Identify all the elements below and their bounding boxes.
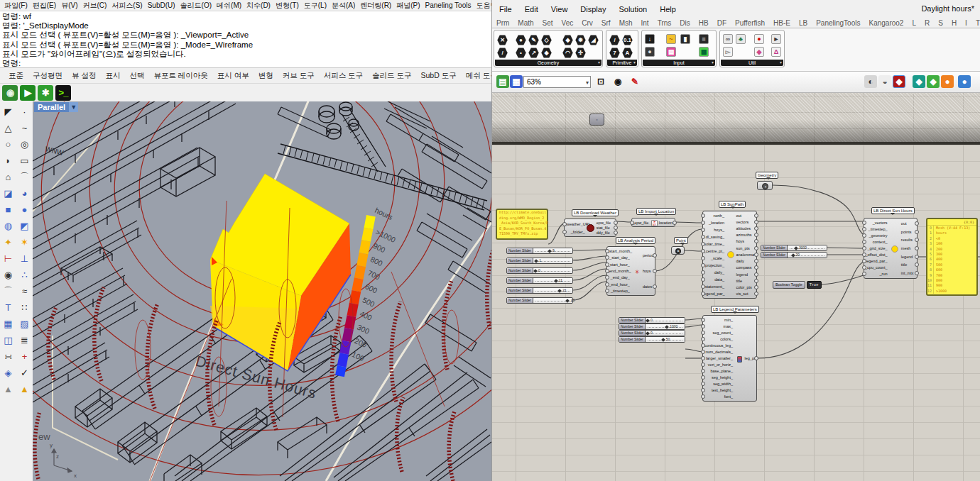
- slider-handle[interactable]: [794, 246, 798, 250]
- boolean-toggle[interactable]: Boolean Toggle True: [773, 281, 822, 289]
- input-param[interactable]: seg_count_: [703, 331, 735, 335]
- number-slider[interactable]: Number Slider 3000: [761, 245, 827, 251]
- slider-track[interactable]: 0: [646, 318, 685, 323]
- rhino-menu-item[interactable]: 커브(C): [82, 1, 107, 11]
- side-tool-icon[interactable]: △: [1, 121, 16, 136]
- side-tool-icon[interactable]: ∷: [18, 301, 32, 315]
- palette-icon[interactable]: ▩: [699, 47, 709, 57]
- rhino-toolbar-tab[interactable]: 뷰 설정: [72, 71, 96, 81]
- side-tool-icon[interactable]: ■: [1, 203, 16, 217]
- slider-track[interactable]: 11: [533, 278, 572, 283]
- input-param[interactable]: daily_: [703, 270, 726, 275]
- output-param[interactable]: points: [899, 230, 917, 234]
- input-param[interactable]: dl_saving_: [703, 235, 726, 239]
- palette-icon[interactable]: ◆: [754, 47, 764, 57]
- palette-icon[interactable]: ◇: [541, 35, 552, 45]
- side-tool-icon[interactable]: ▦: [1, 317, 16, 331]
- side-tool-icon[interactable]: ◈: [1, 366, 16, 380]
- side-tool-icon[interactable]: ◫: [1, 333, 16, 348]
- slider-handle[interactable]: [566, 299, 570, 303]
- output-param[interactable]: daily: [734, 259, 757, 263]
- zoom-dropdown[interactable]: 63%▾: [523, 76, 591, 88]
- rhino-toolbar-tab[interactable]: 표준: [9, 71, 23, 81]
- rhino-toolbar-tab[interactable]: 구성평면: [33, 71, 62, 81]
- ball-blue-icon[interactable]: ●: [958, 75, 971, 88]
- side-tool-icon[interactable]: ◪: [1, 187, 16, 201]
- output-param[interactable]: title: [899, 262, 917, 267]
- rhino-menu-item[interactable]: 솔리드(O): [180, 1, 212, 11]
- output-param[interactable]: analemma: [734, 253, 757, 257]
- gh-category-tab[interactable]: Prm: [495, 18, 511, 28]
- side-tool-icon[interactable]: ▨: [18, 317, 32, 331]
- side-tool-icon[interactable]: ◗: [1, 154, 16, 168]
- number-slider[interactable]: Number Slider 1: [506, 258, 573, 264]
- component-point[interactable]: ✕: [671, 246, 685, 255]
- palette-icon[interactable]: ↗: [528, 48, 539, 58]
- side-tool-icon[interactable]: ⌂: [1, 170, 16, 184]
- rhino-menu-item[interactable]: SubD(U): [148, 1, 175, 9]
- rhino-menu-item[interactable]: 파일(F): [4, 1, 28, 11]
- offsheet-component[interactable]: ▫: [589, 114, 604, 126]
- preview-off-icon[interactable]: ◐: [864, 75, 877, 88]
- slider-track[interactable]: 21: [533, 288, 572, 293]
- output-param[interactable]: mesh: [899, 246, 917, 250]
- palette-icon[interactable]: ●: [754, 34, 764, 44]
- slider-handle[interactable]: [554, 279, 558, 283]
- palette-icon[interactable]: /: [609, 35, 620, 45]
- open-file-icon[interactable]: ▤: [496, 75, 509, 88]
- toggle-value[interactable]: True: [807, 281, 822, 289]
- side-tool-icon[interactable]: ✓: [18, 366, 32, 380]
- input-param[interactable]: _timestep_: [864, 227, 890, 231]
- output-param[interactable]: vis_set: [734, 292, 757, 296]
- slider-track[interactable]: 3000: [788, 245, 827, 250]
- number-slider[interactable]: Number Slider 1000: [619, 324, 685, 330]
- side-tool-icon[interactable]: ∺: [1, 350, 16, 364]
- number-slider[interactable]: Number Slider 9: [506, 248, 573, 254]
- preview-wire-icon[interactable]: ◒: [878, 75, 891, 88]
- output-param[interactable]: hoys: [734, 239, 757, 243]
- input-param[interactable]: _start_day_: [607, 255, 632, 260]
- slider-handle[interactable]: [548, 249, 552, 253]
- side-tool-icon[interactable]: ▭: [18, 154, 32, 168]
- toolbar-icon[interactable]: ▶: [20, 85, 36, 101]
- palette-icon[interactable]: ✣: [575, 48, 586, 58]
- side-tool-icon[interactable]: ≣: [18, 333, 32, 348]
- gh-category-tab[interactable]: Srf: [600, 18, 612, 28]
- side-tool-icon[interactable]: ●: [18, 203, 32, 217]
- number-slider[interactable]: Number Slider 0: [619, 317, 685, 324]
- input-param[interactable]: base_plane_: [703, 369, 735, 373]
- input-param[interactable]: text_height_: [703, 388, 735, 392]
- palette-group-label[interactable]: Geometry▾: [495, 60, 601, 66]
- number-slider[interactable]: Number Slider 0: [619, 330, 685, 336]
- component-direct-sun-hours[interactable]: _vectors_timestep__geometrycontext__grid…: [864, 218, 918, 279]
- rhino-toolbar-tab[interactable]: 변형: [258, 71, 273, 81]
- slider-handle[interactable]: [533, 269, 538, 273]
- rhino-menu-item[interactable]: 도구(L): [304, 1, 327, 11]
- slider-handle[interactable]: [534, 259, 538, 263]
- input-param[interactable]: _grid_size_: [864, 246, 890, 250]
- rhino-viewport[interactable]: Direct Sun Hours: [33, 101, 491, 481]
- input-param[interactable]: data_: [703, 277, 726, 282]
- input-param[interactable]: continuous_leg_: [703, 343, 735, 348]
- output-param[interactable]: altitudes: [734, 226, 757, 231]
- gh-category-tab[interactable]: Vec: [560, 18, 575, 28]
- side-tool-icon[interactable]: ⊥: [18, 252, 32, 266]
- gh-category-tab[interactable]: DF: [716, 18, 728, 28]
- preview-shaded-icon[interactable]: ◆: [893, 75, 905, 88]
- output-param[interactable]: compass: [734, 265, 757, 270]
- gh-category-tab[interactable]: Trns: [656, 18, 673, 28]
- slider-track[interactable]: 50: [646, 337, 685, 342]
- palette-icon[interactable]: Δ: [771, 47, 781, 57]
- slider-handle[interactable]: [646, 331, 650, 336]
- gh-menu-item[interactable]: Help: [660, 5, 676, 13]
- palette-icon[interactable]: 7: [609, 48, 620, 58]
- palette-icon[interactable]: ✕: [497, 35, 508, 45]
- weather-url-panel[interactable]: http://climate.onebuilding.org/WMO_Regio…: [496, 209, 548, 240]
- component-download-weather[interactable]: _weather_URL_folder_ epw_filestat_filedd…: [564, 219, 616, 237]
- gh-category-tab[interactable]: R: [923, 18, 931, 28]
- input-param[interactable]: _end_month_: [607, 269, 632, 273]
- rhino-toolbar-tab[interactable]: 뷰포트 레이아웃: [153, 71, 207, 81]
- palette-icon[interactable]: ●: [516, 35, 526, 45]
- palette-icon[interactable]: ◢: [588, 35, 599, 45]
- side-tool-icon[interactable]: ≈: [18, 284, 32, 299]
